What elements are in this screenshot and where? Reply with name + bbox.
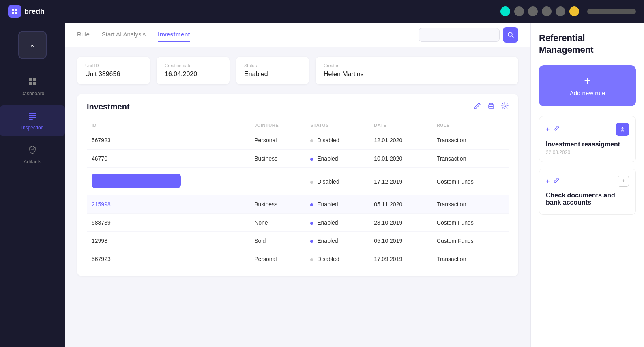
- inspection-icon: [28, 111, 37, 122]
- tab-rule[interactable]: Rule: [77, 28, 90, 42]
- add-rule-button[interactable]: + Add new rule: [539, 65, 636, 106]
- top-nav: Rule Start AI Analysis Investment: [65, 23, 530, 47]
- dot-gray4: [556, 6, 565, 16]
- status-text: Enabled: [317, 201, 338, 208]
- svg-rect-10: [29, 117, 36, 118]
- status-text: Enabled: [317, 155, 338, 162]
- table-cell-rule: Costom Funds: [432, 214, 509, 232]
- table-cell-date: 23.10.2019: [369, 214, 432, 232]
- sidebar-item-label-artifacts: Artifacts: [24, 159, 41, 165]
- content-area: Rule Start AI Analysis Investment Unit I…: [65, 23, 530, 347]
- svg-rect-0: [12, 9, 14, 11]
- table-row[interactable]: Disabled 17.12.2019 Costom Funds: [87, 168, 509, 195]
- table-cell-status: Disabled: [305, 131, 369, 150]
- table-cell-rule: Costom Funds: [432, 168, 509, 195]
- investment-table: ID JOINTURE STATUS DATE RULE 567923 Pers…: [87, 120, 509, 268]
- table-header-row: ID JOINTURE STATUS DATE RULE: [87, 120, 509, 131]
- rule-card-1-title: Investment reassigment: [546, 141, 629, 148]
- print-button[interactable]: [487, 102, 495, 111]
- creation-date-value: 16.04.2020: [165, 71, 221, 78]
- status-dot: [310, 139, 313, 142]
- table-cell-rule: Transaction: [432, 150, 509, 168]
- rule-card-1-add-button[interactable]: +: [546, 126, 550, 133]
- table-row[interactable]: 215998 Business Enabled 05.11.2020 Trans…: [87, 195, 509, 214]
- topbar-status-dots: [500, 6, 636, 16]
- sidebar-item-inspection[interactable]: Inspection: [0, 105, 65, 136]
- rule-card-1-pin-button[interactable]: [616, 123, 629, 136]
- table-cell-rule: Transaction: [432, 131, 509, 150]
- tab-start-ai[interactable]: Start AI Analysis: [102, 28, 146, 42]
- sidebar-item-artifacts[interactable]: Artifacts: [0, 139, 65, 170]
- rule-card-2-actions-left: +: [546, 178, 559, 185]
- status-dot: [310, 203, 313, 206]
- dashboard-icon: [28, 77, 37, 88]
- info-cards: Unit ID Unit 389656 Creation date 16.04.…: [77, 57, 518, 84]
- table-cell-jointure: Sold: [249, 232, 305, 250]
- svg-rect-2: [12, 12, 14, 14]
- dot-gray3: [542, 6, 552, 16]
- search-input[interactable]: [419, 28, 500, 42]
- table-row[interactable]: 588739 None Enabled 23.10.2019 Costom Fu…: [87, 214, 509, 232]
- svg-point-16: [504, 105, 506, 107]
- table-cell-date: 10.01.2020: [369, 150, 432, 168]
- rule-card-check-docs: + Check documents and bank accounts: [539, 169, 636, 215]
- status-dot: [310, 181, 313, 184]
- rule-card-2-add-button[interactable]: +: [546, 178, 550, 185]
- info-card-creation-date: Creation date 16.04.2020: [157, 57, 230, 84]
- info-card-unit-id: Unit ID Unit 389656: [77, 57, 150, 84]
- col-header-date: DATE: [369, 120, 432, 131]
- svg-rect-8: [29, 113, 36, 114]
- table-cell-rule: Custom Funds: [432, 232, 509, 250]
- tab-investment[interactable]: Investment: [158, 28, 190, 42]
- status-text: Disabled: [317, 256, 339, 262]
- table-cell-date: 17.12.2019: [369, 168, 432, 195]
- svg-rect-15: [489, 106, 493, 107]
- rule-card-investment: + Investment reassigment 22.08.2020: [539, 116, 636, 162]
- section-header: Investment: [87, 102, 509, 111]
- sidebar-item-label-inspection: Inspection: [21, 125, 44, 131]
- table-row[interactable]: 567923 Personal Disabled 17.09.2019 Tran…: [87, 250, 509, 268]
- sidebar-item-dashboard[interactable]: Dashboard: [0, 71, 65, 102]
- svg-line-13: [512, 36, 513, 38]
- rule-card-2-header: +: [546, 176, 629, 187]
- table-cell-status: Enabled: [305, 232, 369, 250]
- main-layout: ∞ Dashboard: [0, 23, 644, 347]
- table-cell-id: 567923: [87, 250, 249, 268]
- sidebar-logo: ∞: [18, 31, 47, 59]
- tooltip-bubble: [92, 174, 181, 188]
- search-button[interactable]: [503, 27, 518, 43]
- rule-card-2-pin-button[interactable]: [618, 176, 629, 187]
- edit-button[interactable]: [474, 102, 481, 111]
- table-cell-status: Disabled: [305, 250, 369, 268]
- dot-yellow: [569, 6, 579, 16]
- add-rule-plus-icon: +: [584, 75, 590, 86]
- dot-gray1: [514, 6, 524, 16]
- status-dot: [310, 258, 313, 261]
- creation-date-label: Creation date: [165, 63, 221, 68]
- svg-rect-6: [29, 82, 32, 85]
- table-row[interactable]: 567923 Personal Disabled 12.01.2020 Tran…: [87, 131, 509, 150]
- table-cell-jointure: Business: [249, 195, 305, 214]
- table-cell-rule: Transaction: [432, 195, 509, 214]
- topbar-status-bar: [587, 9, 636, 14]
- status-text: Enabled: [317, 219, 338, 226]
- status-dot: [310, 222, 313, 225]
- sidebar-item-label-dashboard: Dashboard: [21, 91, 45, 96]
- table-cell-status: Enabled: [305, 150, 369, 168]
- table-cell-date: 05.11.2020: [369, 195, 432, 214]
- svg-rect-1: [15, 9, 17, 11]
- rule-card-1-actions-left: +: [546, 126, 559, 133]
- rule-card-2-edit-button[interactable]: [554, 178, 559, 185]
- col-header-id: ID: [87, 120, 249, 131]
- status-dot: [310, 158, 313, 161]
- table-row[interactable]: 12998 Sold Enabled 05.10.2019 Custom Fun…: [87, 232, 509, 250]
- rule-card-1-header: +: [546, 123, 629, 136]
- table-row[interactable]: 46770 Business Enabled 10.01.2020 Transa…: [87, 150, 509, 168]
- rule-card-1-edit-button[interactable]: [554, 126, 559, 133]
- status-value: Enabled: [244, 71, 301, 78]
- app-logo: bredh: [8, 5, 45, 18]
- settings-button[interactable]: [501, 102, 509, 111]
- col-header-status: STATUS: [305, 120, 369, 131]
- table-cell-id: 46770: [87, 150, 249, 168]
- col-header-jointure: JOINTURE: [249, 120, 305, 131]
